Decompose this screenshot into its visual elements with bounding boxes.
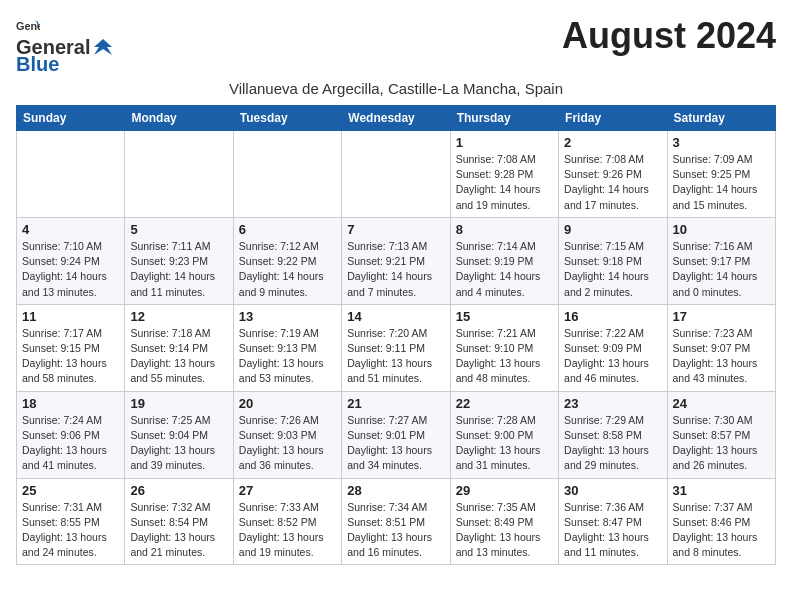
day-number: 19	[130, 396, 227, 411]
day-number: 13	[239, 309, 336, 324]
day-number: 3	[673, 135, 770, 150]
day-number: 29	[456, 483, 553, 498]
month-title: August 2024	[562, 16, 776, 56]
calendar-cell: 23Sunrise: 7:29 AM Sunset: 8:58 PM Dayli…	[559, 391, 667, 478]
day-number: 12	[130, 309, 227, 324]
day-number: 10	[673, 222, 770, 237]
header-friday: Friday	[559, 106, 667, 131]
day-info: Sunrise: 7:19 AM Sunset: 9:13 PM Dayligh…	[239, 326, 336, 387]
calendar-week-row: 4Sunrise: 7:10 AM Sunset: 9:24 PM Daylig…	[17, 217, 776, 304]
day-info: Sunrise: 7:37 AM Sunset: 8:46 PM Dayligh…	[673, 500, 770, 561]
day-number: 24	[673, 396, 770, 411]
location-title: Villanueva de Argecilla, Castille-La Man…	[16, 80, 776, 97]
calendar-cell: 27Sunrise: 7:33 AM Sunset: 8:52 PM Dayli…	[233, 478, 341, 565]
calendar-cell	[125, 131, 233, 218]
day-number: 22	[456, 396, 553, 411]
day-info: Sunrise: 7:25 AM Sunset: 9:04 PM Dayligh…	[130, 413, 227, 474]
day-number: 2	[564, 135, 661, 150]
calendar-header-row: SundayMondayTuesdayWednesdayThursdayFrid…	[17, 106, 776, 131]
day-info: Sunrise: 7:32 AM Sunset: 8:54 PM Dayligh…	[130, 500, 227, 561]
day-info: Sunrise: 7:22 AM Sunset: 9:09 PM Dayligh…	[564, 326, 661, 387]
day-info: Sunrise: 7:33 AM Sunset: 8:52 PM Dayligh…	[239, 500, 336, 561]
calendar-cell: 14Sunrise: 7:20 AM Sunset: 9:11 PM Dayli…	[342, 304, 450, 391]
calendar-cell: 7Sunrise: 7:13 AM Sunset: 9:21 PM Daylig…	[342, 217, 450, 304]
calendar-cell	[17, 131, 125, 218]
logo: General General Blue	[16, 16, 114, 76]
day-number: 20	[239, 396, 336, 411]
calendar-week-row: 25Sunrise: 7:31 AM Sunset: 8:55 PM Dayli…	[17, 478, 776, 565]
day-number: 18	[22, 396, 119, 411]
day-info: Sunrise: 7:12 AM Sunset: 9:22 PM Dayligh…	[239, 239, 336, 300]
header-sunday: Sunday	[17, 106, 125, 131]
calendar-week-row: 1Sunrise: 7:08 AM Sunset: 9:28 PM Daylig…	[17, 131, 776, 218]
day-info: Sunrise: 7:13 AM Sunset: 9:21 PM Dayligh…	[347, 239, 444, 300]
day-info: Sunrise: 7:30 AM Sunset: 8:57 PM Dayligh…	[673, 413, 770, 474]
calendar-cell	[233, 131, 341, 218]
calendar-cell: 8Sunrise: 7:14 AM Sunset: 9:19 PM Daylig…	[450, 217, 558, 304]
day-number: 23	[564, 396, 661, 411]
day-number: 26	[130, 483, 227, 498]
calendar-cell: 21Sunrise: 7:27 AM Sunset: 9:01 PM Dayli…	[342, 391, 450, 478]
day-info: Sunrise: 7:08 AM Sunset: 9:26 PM Dayligh…	[564, 152, 661, 213]
calendar-cell: 10Sunrise: 7:16 AM Sunset: 9:17 PM Dayli…	[667, 217, 775, 304]
day-info: Sunrise: 7:21 AM Sunset: 9:10 PM Dayligh…	[456, 326, 553, 387]
day-info: Sunrise: 7:09 AM Sunset: 9:25 PM Dayligh…	[673, 152, 770, 213]
calendar-cell: 4Sunrise: 7:10 AM Sunset: 9:24 PM Daylig…	[17, 217, 125, 304]
header-wednesday: Wednesday	[342, 106, 450, 131]
calendar-cell: 3Sunrise: 7:09 AM Sunset: 9:25 PM Daylig…	[667, 131, 775, 218]
day-info: Sunrise: 7:10 AM Sunset: 9:24 PM Dayligh…	[22, 239, 119, 300]
day-info: Sunrise: 7:36 AM Sunset: 8:47 PM Dayligh…	[564, 500, 661, 561]
logo-blue: Blue	[16, 53, 59, 76]
day-number: 11	[22, 309, 119, 324]
day-info: Sunrise: 7:31 AM Sunset: 8:55 PM Dayligh…	[22, 500, 119, 561]
calendar-cell: 29Sunrise: 7:35 AM Sunset: 8:49 PM Dayli…	[450, 478, 558, 565]
day-number: 21	[347, 396, 444, 411]
day-info: Sunrise: 7:16 AM Sunset: 9:17 PM Dayligh…	[673, 239, 770, 300]
day-info: Sunrise: 7:23 AM Sunset: 9:07 PM Dayligh…	[673, 326, 770, 387]
calendar-cell: 22Sunrise: 7:28 AM Sunset: 9:00 PM Dayli…	[450, 391, 558, 478]
day-number: 25	[22, 483, 119, 498]
logo-bird-icon	[92, 37, 114, 59]
page-header: General General Blue August 2024	[16, 16, 776, 76]
calendar-cell: 17Sunrise: 7:23 AM Sunset: 9:07 PM Dayli…	[667, 304, 775, 391]
calendar-cell: 6Sunrise: 7:12 AM Sunset: 9:22 PM Daylig…	[233, 217, 341, 304]
calendar-cell: 26Sunrise: 7:32 AM Sunset: 8:54 PM Dayli…	[125, 478, 233, 565]
day-info: Sunrise: 7:35 AM Sunset: 8:49 PM Dayligh…	[456, 500, 553, 561]
header-thursday: Thursday	[450, 106, 558, 131]
day-info: Sunrise: 7:20 AM Sunset: 9:11 PM Dayligh…	[347, 326, 444, 387]
day-info: Sunrise: 7:15 AM Sunset: 9:18 PM Dayligh…	[564, 239, 661, 300]
header-tuesday: Tuesday	[233, 106, 341, 131]
day-info: Sunrise: 7:29 AM Sunset: 8:58 PM Dayligh…	[564, 413, 661, 474]
calendar-cell: 20Sunrise: 7:26 AM Sunset: 9:03 PM Dayli…	[233, 391, 341, 478]
header-saturday: Saturday	[667, 106, 775, 131]
day-number: 1	[456, 135, 553, 150]
calendar-cell: 24Sunrise: 7:30 AM Sunset: 8:57 PM Dayli…	[667, 391, 775, 478]
day-number: 17	[673, 309, 770, 324]
header-monday: Monday	[125, 106, 233, 131]
day-number: 31	[673, 483, 770, 498]
day-info: Sunrise: 7:08 AM Sunset: 9:28 PM Dayligh…	[456, 152, 553, 213]
calendar-cell: 25Sunrise: 7:31 AM Sunset: 8:55 PM Dayli…	[17, 478, 125, 565]
calendar-table: SundayMondayTuesdayWednesdayThursdayFrid…	[16, 105, 776, 565]
svg-marker-1	[94, 39, 112, 55]
day-number: 14	[347, 309, 444, 324]
day-number: 5	[130, 222, 227, 237]
calendar-cell: 18Sunrise: 7:24 AM Sunset: 9:06 PM Dayli…	[17, 391, 125, 478]
calendar-cell: 9Sunrise: 7:15 AM Sunset: 9:18 PM Daylig…	[559, 217, 667, 304]
calendar-week-row: 18Sunrise: 7:24 AM Sunset: 9:06 PM Dayli…	[17, 391, 776, 478]
calendar-cell: 13Sunrise: 7:19 AM Sunset: 9:13 PM Dayli…	[233, 304, 341, 391]
calendar-cell	[342, 131, 450, 218]
day-number: 28	[347, 483, 444, 498]
day-number: 6	[239, 222, 336, 237]
day-number: 8	[456, 222, 553, 237]
day-info: Sunrise: 7:27 AM Sunset: 9:01 PM Dayligh…	[347, 413, 444, 474]
day-number: 4	[22, 222, 119, 237]
day-number: 9	[564, 222, 661, 237]
day-info: Sunrise: 7:17 AM Sunset: 9:15 PM Dayligh…	[22, 326, 119, 387]
calendar-cell: 1Sunrise: 7:08 AM Sunset: 9:28 PM Daylig…	[450, 131, 558, 218]
day-info: Sunrise: 7:14 AM Sunset: 9:19 PM Dayligh…	[456, 239, 553, 300]
day-info: Sunrise: 7:26 AM Sunset: 9:03 PM Dayligh…	[239, 413, 336, 474]
calendar-cell: 30Sunrise: 7:36 AM Sunset: 8:47 PM Dayli…	[559, 478, 667, 565]
day-info: Sunrise: 7:28 AM Sunset: 9:00 PM Dayligh…	[456, 413, 553, 474]
calendar-cell: 5Sunrise: 7:11 AM Sunset: 9:23 PM Daylig…	[125, 217, 233, 304]
